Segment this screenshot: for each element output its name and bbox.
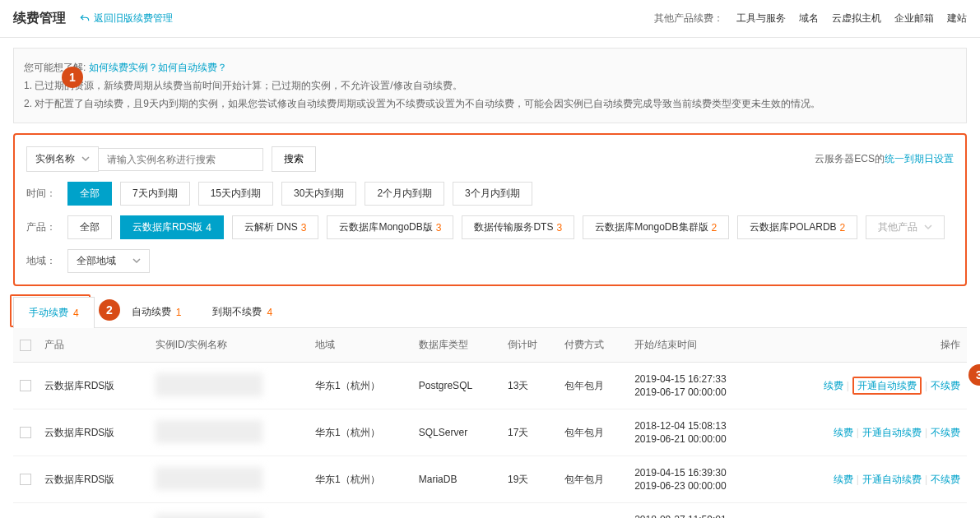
cell-dbtype: SQLServer bbox=[412, 409, 501, 456]
nav-mail[interactable]: 企业邮箱 bbox=[894, 12, 934, 25]
ecs-text: 云服务器ECS的 bbox=[815, 153, 885, 164]
row-checkbox[interactable] bbox=[20, 474, 31, 485]
time-chip-15d[interactable]: 15天内到期 bbox=[198, 182, 273, 206]
product-chip-other[interactable]: 其他产品 bbox=[866, 215, 945, 239]
search-input[interactable] bbox=[99, 148, 263, 171]
undo-icon bbox=[79, 13, 91, 25]
cell-action: 续费|开通自动续费|不续费 bbox=[768, 409, 967, 456]
table-row: 云数据库RDS版华东1（杭州）MariaDB19天包年包月2019-04-15 … bbox=[13, 456, 967, 503]
cell-region: 华东1（杭州） bbox=[309, 363, 412, 409]
cell-region: 华东1（杭州） bbox=[309, 503, 412, 519]
action-no-renew[interactable]: 不续费 bbox=[931, 380, 960, 391]
time-chip-all[interactable]: 全部 bbox=[67, 182, 112, 206]
chip-label: 其他产品 bbox=[878, 220, 917, 234]
th-region: 地域 bbox=[309, 328, 412, 363]
chip-count: 2 bbox=[712, 222, 718, 234]
cell-dbtype: SQLServer bbox=[412, 503, 501, 519]
chip-label: 云数据库POLARDB bbox=[750, 220, 836, 234]
cell-payment: 包年包月 bbox=[558, 503, 628, 519]
tab-count: 1 bbox=[176, 307, 182, 318]
cell-countdown: 17天 bbox=[501, 409, 558, 456]
action-renew[interactable]: 续费 bbox=[824, 380, 843, 391]
action-renew[interactable]: 续费 bbox=[834, 474, 853, 485]
chip-count: 4 bbox=[206, 222, 211, 234]
action-no-renew[interactable]: 不续费 bbox=[931, 474, 960, 485]
chip-count: 3 bbox=[436, 222, 442, 234]
cell-payment: 包年包月 bbox=[558, 363, 628, 409]
nav-tools[interactable]: 工具与服务 bbox=[736, 12, 786, 25]
tab-label: 手动续费 bbox=[29, 306, 68, 320]
cell-countdown: 19天 bbox=[501, 456, 558, 503]
product-chip-polardb[interactable]: 云数据库POLARDB2 bbox=[737, 215, 857, 239]
chevron-down-icon bbox=[81, 154, 90, 165]
time-chip-2m[interactable]: 2个月内到期 bbox=[365, 182, 444, 206]
action-auto-renew[interactable]: 开通自动续费 bbox=[862, 427, 922, 438]
product-chip-all[interactable]: 全部 bbox=[67, 215, 112, 239]
select-all-checkbox[interactable] bbox=[20, 340, 31, 351]
product-chip-dns[interactable]: 云解析 DNS3 bbox=[232, 215, 318, 239]
time-chip-3m[interactable]: 3个月内到期 bbox=[453, 182, 532, 206]
nav-domain[interactable]: 域名 bbox=[799, 12, 819, 25]
table-row: 云数据库RDS版华东1（杭州）SQLServer17天包年包月2018-12-0… bbox=[13, 409, 967, 456]
notice-link-renew[interactable]: 如何续费实例？ bbox=[89, 62, 158, 73]
product-chip-mongocluster[interactable]: 云数据库MongoDB集群版2 bbox=[583, 215, 729, 239]
nav-site[interactable]: 建站 bbox=[947, 12, 967, 25]
tab-manual-renew[interactable]: 手动续费4 bbox=[13, 297, 95, 328]
step-badge-1: 1 bbox=[62, 67, 83, 88]
cell-dbtype: PostgreSQL bbox=[412, 363, 501, 409]
region-select[interactable]: 全部地域 bbox=[67, 249, 150, 273]
search-button[interactable]: 搜索 bbox=[272, 146, 316, 172]
cell-action: 续费|开通自动续费|不续费 bbox=[768, 503, 967, 519]
cell-dbtype: MariaDB bbox=[412, 456, 501, 503]
chip-count: 2 bbox=[840, 222, 846, 234]
cell-action: 续费|开通自动续费|不续费3 bbox=[768, 363, 967, 409]
tab-auto-renew[interactable]: 自动续费1 bbox=[116, 296, 197, 327]
cell-product: 云数据库RDS版 bbox=[38, 503, 149, 519]
search-type-text: 实例名称 bbox=[35, 152, 75, 166]
action-auto-renew[interactable]: 开通自动续费 bbox=[862, 474, 922, 485]
instance-table: 产品 实例ID/实例名称 地域 数据库类型 倒计时 付费方式 开始/结束时间 操… bbox=[13, 328, 967, 518]
cell-time: 2018-12-04 15:08:132019-06-21 00:00:00 bbox=[628, 409, 767, 456]
cell-countdown: 13天 bbox=[501, 363, 558, 409]
row-checkbox[interactable] bbox=[20, 427, 31, 438]
table-row: 云数据库RDS版华东1（杭州）PostgreSQL13天包年包月2019-04-… bbox=[13, 363, 967, 409]
chip-label: 云数据库RDS版 bbox=[132, 220, 202, 234]
time-chip-7d[interactable]: 7天内到期 bbox=[120, 182, 190, 206]
tab-label: 到期不续费 bbox=[212, 305, 262, 319]
th-instance: 实例ID/实例名称 bbox=[149, 328, 309, 363]
cell-product: 云数据库RDS版 bbox=[38, 456, 149, 503]
ecs-unified-link[interactable]: 统一到期日设置 bbox=[885, 153, 954, 164]
tab-count: 4 bbox=[73, 308, 79, 319]
product-chip-rds[interactable]: 云数据库RDS版4 bbox=[120, 215, 224, 239]
tab-label: 自动续费 bbox=[132, 305, 171, 319]
tab-no-renew[interactable]: 到期不续费4 bbox=[197, 296, 288, 327]
chip-label: 云数据库MongoDB版 bbox=[339, 220, 432, 234]
notice-box: 1 您可能想了解: 如何续费实例？如何自动续费？ 1. 已过期的资源，新续费周期… bbox=[13, 48, 967, 123]
chevron-down-icon bbox=[132, 256, 141, 267]
cell-product: 云数据库RDS版 bbox=[38, 363, 149, 409]
th-payment: 付费方式 bbox=[558, 328, 628, 363]
page-title: 续费管理 bbox=[13, 10, 66, 27]
product-label: 产品： bbox=[26, 220, 67, 234]
notice-line-2: 1. 已过期的资源，新续费周期从续费当前时间开始计算；已过期的实例，不允许设置/… bbox=[24, 76, 956, 95]
product-chip-dts[interactable]: 数据传输服务DTS3 bbox=[462, 215, 574, 239]
nav-vhost[interactable]: 云虚拟主机 bbox=[832, 12, 881, 25]
cell-instance bbox=[149, 456, 309, 503]
action-renew[interactable]: 续费 bbox=[834, 427, 853, 438]
step-badge-3: 3 bbox=[968, 364, 980, 386]
cell-instance bbox=[149, 409, 309, 456]
cell-payment: 包年包月 bbox=[558, 456, 628, 503]
back-link[interactable]: 返回旧版续费管理 bbox=[79, 12, 173, 25]
action-no-renew[interactable]: 不续费 bbox=[931, 427, 960, 438]
search-type-select[interactable]: 实例名称 bbox=[26, 146, 99, 172]
action-auto-renew[interactable]: 开通自动续费 bbox=[857, 380, 917, 391]
row-checkbox[interactable] bbox=[20, 380, 31, 391]
time-chip-30d[interactable]: 30天内到期 bbox=[281, 182, 356, 206]
notice-link-auto[interactable]: 如何自动续费？ bbox=[158, 62, 227, 73]
th-product: 产品 bbox=[38, 328, 149, 363]
cell-action: 续费|开通自动续费|不续费 bbox=[768, 456, 967, 503]
tabs: 2 手动续费4 自动续费1 到期不续费4 bbox=[13, 296, 967, 328]
back-link-text: 返回旧版续费管理 bbox=[94, 12, 173, 25]
product-chip-mongo[interactable]: 云数据库MongoDB版3 bbox=[327, 215, 453, 239]
chip-label: 数据传输服务DTS bbox=[474, 220, 553, 234]
